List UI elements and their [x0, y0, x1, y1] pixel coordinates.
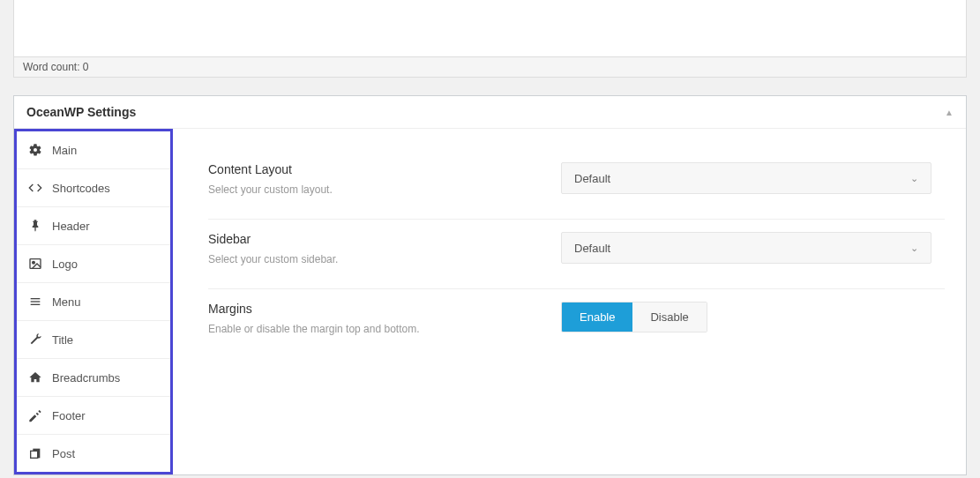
field-desc: Select your custom sidebar. [208, 253, 561, 265]
svg-rect-6 [31, 451, 38, 458]
sidebar-item-logo[interactable]: Logo [17, 245, 170, 283]
sidebar-select[interactable]: Default ⌄ [561, 232, 931, 264]
sidebar-item-label: Logo [52, 258, 78, 271]
editor-content-area[interactable] [13, 0, 967, 57]
sidebar-item-label: Header [52, 220, 90, 233]
sidebar-item-post[interactable]: Post [17, 435, 170, 472]
sidebar-item-label: Shortcodes [52, 182, 110, 195]
field-margins: Margins Enable or disable the margin top… [208, 289, 945, 358]
content-layout-select[interactable]: Default ⌄ [561, 162, 931, 194]
sidebar-item-menu[interactable]: Menu [17, 283, 170, 321]
sidebar-item-main[interactable]: Main [17, 131, 170, 169]
sidebar-item-shortcodes[interactable]: Shortcodes [17, 169, 170, 207]
svg-rect-0 [30, 259, 41, 269]
gear-icon [27, 142, 43, 158]
home-icon [27, 370, 43, 385]
settings-tab-list: Main Shortcodes Header [14, 129, 173, 474]
image-icon [27, 256, 43, 272]
field-sidebar: Sidebar Select your custom sidebar. Defa… [208, 220, 945, 289]
sidebar-item-label: Menu [52, 295, 81, 309]
field-desc: Select your custom layout. [208, 183, 561, 196]
page-root: Word count: 0 OceanWP Settings ▲ Main [0, 0, 980, 478]
copy-icon [27, 445, 43, 461]
sidebar-item-label: Title [52, 333, 73, 347]
sidebar-item-label: Post [52, 447, 75, 460]
margins-disable-button[interactable]: Disable [632, 302, 706, 332]
select-value: Default [574, 172, 610, 185]
field-desc: Enable or disable the margin top and bot… [208, 323, 561, 335]
margins-toggle: Enable Disable [561, 302, 707, 332]
sidebar-item-header[interactable]: Header [17, 207, 170, 245]
code-icon [27, 180, 43, 196]
select-value: Default [574, 242, 610, 255]
sidebar-item-breadcrumbs[interactable]: Breadcrumbs [17, 359, 170, 397]
svg-point-1 [33, 261, 35, 264]
hammer-icon [27, 407, 43, 423]
field-label: Sidebar [208, 232, 561, 246]
panel-header[interactable]: OceanWP Settings ▲ [14, 96, 966, 129]
editor-status-bar: Word count: 0 [13, 57, 967, 78]
field-label: Content Layout [208, 162, 561, 176]
field-content-layout: Content Layout Select your custom layout… [208, 150, 945, 220]
panel-body: Main Shortcodes Header [14, 129, 966, 474]
wrench-icon [27, 332, 43, 347]
margins-enable-button[interactable]: Enable [562, 302, 632, 332]
panel-title: OceanWP Settings [26, 105, 136, 119]
chevron-down-icon: ⌄ [910, 173, 918, 184]
oceanwp-settings-panel: OceanWP Settings ▲ Main S [13, 95, 967, 475]
settings-tabs-sidebar: Main Shortcodes Header [14, 129, 173, 474]
sidebar-item-label: Breadcrumbs [52, 371, 120, 385]
panel-collapse-icon[interactable]: ▲ [945, 108, 954, 117]
sidebar-item-label: Main [52, 144, 77, 157]
sidebar-item-label: Footer [52, 409, 86, 422]
pin-icon [27, 218, 43, 234]
sidebar-item-title[interactable]: Title [17, 321, 170, 359]
menu-icon [27, 294, 43, 310]
settings-content: Content Layout Select your custom layout… [173, 129, 966, 379]
field-label: Margins [208, 302, 561, 316]
word-count: Word count: 0 [23, 61, 88, 73]
chevron-down-icon: ⌄ [910, 243, 918, 254]
sidebar-item-footer[interactable]: Footer [17, 397, 170, 435]
